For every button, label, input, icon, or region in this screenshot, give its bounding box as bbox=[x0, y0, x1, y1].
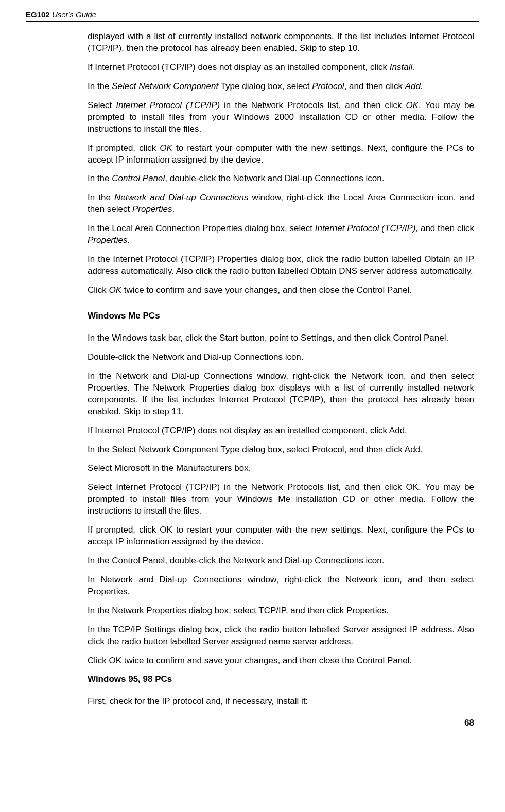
body-paragraph: If Internet Protocol (TCP/IP) does not d… bbox=[88, 62, 474, 74]
text: In the bbox=[88, 192, 114, 202]
body-paragraph: In the Network and Dial-up Connections w… bbox=[88, 370, 474, 418]
body-paragraph: In the Internet Protocol (TCP/IP) Proper… bbox=[88, 254, 474, 277]
body-paragraph: Select Internet Protocol (TCP/IP) in the… bbox=[88, 100, 474, 135]
body-paragraph: In the Network Properties dialog box, se… bbox=[88, 605, 474, 617]
text-italic: Internet Protocol (TCP/IP), bbox=[315, 223, 418, 233]
text: . bbox=[127, 235, 130, 245]
text: twice to confirm and save your changes, … bbox=[121, 285, 412, 295]
body-paragraph: First, check for the IP protocol and, if… bbox=[88, 696, 474, 708]
text-italic: Network and Dial-up Connections bbox=[114, 192, 248, 202]
text: If prompted, click bbox=[88, 143, 160, 153]
body-paragraph: Select Internet Protocol (TCP/IP) in the… bbox=[88, 482, 474, 517]
body-paragraph: Click OK twice to confirm and save your … bbox=[88, 285, 474, 296]
product-name: EG102 bbox=[26, 10, 50, 19]
text-italic: Properties bbox=[132, 204, 172, 214]
body-paragraph: Select Microsoft in the Manufacturers bo… bbox=[88, 463, 474, 474]
text-italic: OK bbox=[406, 100, 419, 110]
text: displayed with a list of currently insta… bbox=[88, 31, 474, 53]
text-italic: Select Network Component bbox=[112, 81, 218, 91]
body-paragraph: displayed with a list of currently insta… bbox=[88, 31, 474, 55]
text: in the Network Protocols list, and then … bbox=[220, 100, 406, 110]
body-paragraph: In the Control Panel, double-click the N… bbox=[88, 173, 474, 185]
text-italic: Add. bbox=[405, 81, 423, 91]
text-italic: Internet Protocol (TCP/IP) bbox=[116, 100, 220, 110]
text: , double-click the Network and Dial-up C… bbox=[165, 173, 384, 183]
body-paragraph: In the Local Area Connection Properties … bbox=[88, 223, 474, 246]
body-paragraph: In the Select Network Component Type dia… bbox=[88, 81, 474, 93]
text: In the Local Area Connection Properties … bbox=[88, 223, 315, 233]
text-italic: OK bbox=[160, 143, 172, 153]
body-paragraph: If prompted, click OK to restart your co… bbox=[88, 524, 474, 548]
text-italic: OK bbox=[109, 285, 122, 295]
body-paragraph: Double-click the Network and Dial-up Con… bbox=[88, 351, 474, 363]
text: In the Internet Protocol (TCP/IP) Proper… bbox=[88, 254, 474, 276]
text: , and then click bbox=[344, 81, 405, 91]
body-paragraph: In the Network and Dial-up Connections w… bbox=[88, 192, 474, 216]
doc-subtitle: User's Guide bbox=[52, 10, 96, 19]
text: If Internet Protocol (TCP/IP) does not d… bbox=[88, 62, 390, 72]
text-italic: Install. bbox=[390, 62, 415, 72]
body-paragraph: In the Control Panel, double-click the N… bbox=[88, 555, 474, 567]
text-italic: Properties bbox=[88, 235, 127, 245]
text-italic: Protocol bbox=[312, 81, 344, 91]
text: Type dialog box, select bbox=[218, 81, 312, 91]
text: and then click bbox=[418, 223, 474, 233]
text: In the bbox=[88, 81, 112, 91]
body-paragraph: In the Select Network Component Type dia… bbox=[88, 444, 474, 456]
body-paragraph: In the Windows task bar, click the Start… bbox=[88, 332, 474, 344]
text: . bbox=[172, 204, 175, 214]
page-header: EG102 User's Guide bbox=[26, 10, 479, 22]
body-paragraph: If Internet Protocol (TCP/IP) does not d… bbox=[88, 425, 474, 437]
content-area: displayed with a list of currently insta… bbox=[88, 31, 474, 708]
text: Click bbox=[88, 285, 109, 295]
text-italic: Control Panel bbox=[112, 173, 165, 183]
body-paragraph: In Network and Dial-up Connections windo… bbox=[88, 574, 474, 598]
header-title: EG102 User's Guide bbox=[26, 10, 96, 19]
section-heading-windows-me: Windows Me PCs bbox=[88, 311, 474, 321]
body-paragraph: If prompted, click OK to restart your co… bbox=[88, 143, 474, 166]
text: Select bbox=[88, 100, 116, 110]
body-paragraph: In the TCP/IP Settings dialog box, click… bbox=[88, 624, 474, 648]
section-heading-windows-95-98: Windows 95, 98 PCs bbox=[88, 674, 474, 684]
body-paragraph: Click OK twice to confirm and save your … bbox=[88, 655, 474, 667]
page-number: 68 bbox=[26, 718, 479, 728]
text: In the bbox=[88, 173, 112, 183]
page-container: EG102 User's Guide displayed with a list… bbox=[0, 0, 505, 738]
